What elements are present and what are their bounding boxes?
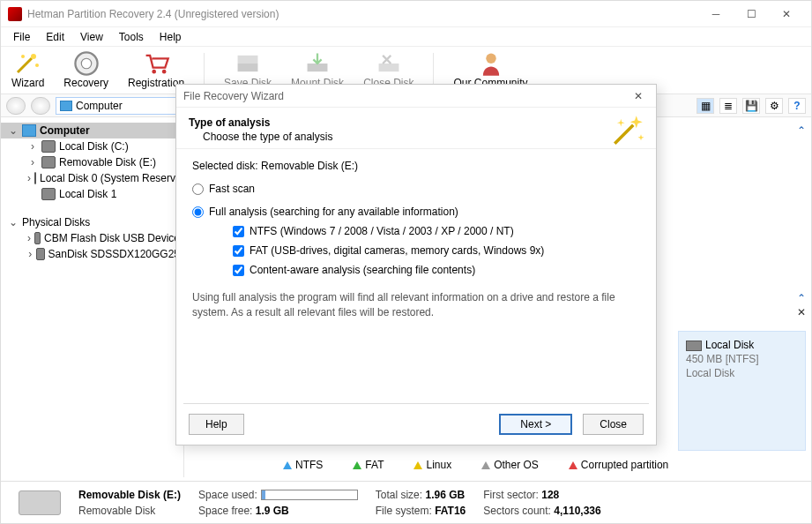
legend-fat: FAT <box>353 459 384 471</box>
address-field[interactable]: Computer <box>56 97 179 115</box>
app-icon <box>8 7 22 21</box>
collapse-panel-icon[interactable]: ⌃ <box>797 292 806 304</box>
menu-tools[interactable]: Tools <box>112 29 151 45</box>
full-analysis-option[interactable]: Full analysis (searching for any availab… <box>192 206 640 218</box>
fast-scan-option[interactable]: Fast scan <box>192 183 640 195</box>
disk-icon <box>41 140 56 153</box>
fat-checkbox[interactable] <box>233 245 244 257</box>
svg-rect-8 <box>238 56 258 64</box>
tree-item-label: Local Disk 1 <box>59 188 116 200</box>
collapse-icon[interactable]: ⌄ <box>8 124 19 137</box>
tree-item[interactable]: Local Disk 1 <box>1 186 183 202</box>
status-bar: Removable Disk (E:) Removable Disk Space… <box>1 481 811 523</box>
help-button[interactable]: ? <box>788 98 806 114</box>
space-used-label: Space used: <box>198 489 257 501</box>
close-panel-icon[interactable]: ✕ <box>797 306 806 318</box>
expand-icon[interactable]: › <box>27 172 31 184</box>
svg-point-1 <box>21 55 25 58</box>
lifebuoy-icon <box>72 51 101 76</box>
disk-icon <box>36 248 44 260</box>
tree-item-label: SanDisk SDSSDX120GG25 <box>48 248 180 260</box>
wand-icon <box>14 51 42 76</box>
space-free-value: 1.9 GB <box>256 505 289 517</box>
titlebar: Hetman Partition Recovery 2.4 (Unregiste… <box>1 1 811 27</box>
toolbar-separator <box>204 53 205 88</box>
first-sector-label: First sector: <box>483 489 539 501</box>
total-size-value: 1.96 GB <box>425 489 465 501</box>
content-aware-label: Content-aware analysis (searching file c… <box>250 264 475 276</box>
fast-scan-radio[interactable] <box>192 183 204 195</box>
dialog-close-button[interactable]: ✕ <box>628 90 649 102</box>
full-analysis-radio[interactable] <box>192 206 204 218</box>
fat-label: FAT (USB-drives, digital cameras, memory… <box>250 244 544 257</box>
window-title: Hetman Partition Recovery 2.4 (Unregiste… <box>27 8 698 20</box>
collapse-icon[interactable]: ⌄ <box>8 216 19 228</box>
collapse-panel-icon[interactable]: ⌃ <box>797 124 806 137</box>
analysis-description: Using full analysis the program will fin… <box>192 290 640 320</box>
save-button[interactable]: 💾 <box>742 98 760 114</box>
tree-item-label: Local Disk 0 (System Reserved) <box>40 172 184 184</box>
tree-item-label: Removable Disk (E:) <box>59 156 156 168</box>
settings-button[interactable]: ⚙ <box>765 98 783 114</box>
tree-physical-label: Physical Disks <box>22 216 90 228</box>
ntfs-checkbox[interactable] <box>233 226 244 237</box>
expand-icon[interactable]: › <box>27 232 31 244</box>
fat-option[interactable]: FAT (USB-drives, digital cameras, memory… <box>233 244 640 257</box>
tree-item[interactable]: ›Removable Disk (E:) <box>1 154 183 170</box>
recovery-button[interactable]: Recovery <box>63 51 108 89</box>
tree-item[interactable]: ›CBM Flash Disk USB Device <box>1 230 183 246</box>
dialog-titlebar: File Recovery Wizard ✕ <box>176 85 656 108</box>
sectors-count-value: 4,110,336 <box>554 505 600 517</box>
disk-icon <box>19 490 61 515</box>
selected-disk-info: Selected disk: Removable Disk (E:) <box>192 160 640 172</box>
disk-name: Local Disk <box>705 339 754 351</box>
sectors-count-label: Sectors count: <box>483 505 551 517</box>
partition-legend: NTFS FAT Linux Other OS Corrupted partit… <box>195 454 806 475</box>
legend-other: Other OS <box>481 459 539 471</box>
close-button[interactable]: Close <box>583 414 644 435</box>
legend-linux: Linux <box>413 459 451 471</box>
maximize-button[interactable]: ☐ <box>734 2 769 26</box>
tree-computer[interactable]: ⌄ Computer <box>1 123 183 138</box>
device-tree: ⌄ Computer ›Local Disk (C:) ›Removable D… <box>1 119 184 477</box>
tree-item[interactable]: ›Local Disk 0 (System Reserved) <box>1 170 183 186</box>
minimize-button[interactable]: ─ <box>698 2 734 26</box>
content-aware-option[interactable]: Content-aware analysis (searching file c… <box>233 264 640 276</box>
close-window-button[interactable]: ✕ <box>769 2 804 26</box>
nav-back-button[interactable] <box>6 97 26 115</box>
tree-item-label: CBM Flash Disk USB Device <box>44 232 180 244</box>
expand-icon[interactable]: › <box>27 156 38 168</box>
ntfs-label: NTFS (Windows 7 / 2008 / Vista / 2003 / … <box>250 225 514 237</box>
tree-physical-disks[interactable]: ⌄ Physical Disks <box>1 214 183 230</box>
nav-forward-button[interactable] <box>31 97 50 115</box>
view-list-button[interactable]: ≣ <box>719 98 737 114</box>
help-button[interactable]: Help <box>189 414 244 435</box>
content-aware-checkbox[interactable] <box>233 265 244 276</box>
full-analysis-label: Full analysis (searching for any availab… <box>209 206 458 218</box>
disk-size: 450 MB [NTFS] <box>686 353 798 365</box>
next-button[interactable]: Next > <box>499 414 572 435</box>
disk-icon <box>41 188 56 200</box>
ntfs-option[interactable]: NTFS (Windows 7 / 2008 / Vista / 2003 / … <box>233 225 640 237</box>
file-recovery-wizard-dialog: File Recovery Wizard ✕ Type of analysis … <box>175 84 657 445</box>
dialog-subheading: Choose the type of analysis <box>189 131 644 143</box>
wizard-button[interactable]: Wizard <box>11 51 44 89</box>
tree-item[interactable]: ›SanDisk SDSSDX120GG25 <box>1 246 183 262</box>
expand-icon[interactable]: › <box>27 140 38 153</box>
triangle-icon <box>283 461 292 469</box>
svg-rect-7 <box>238 64 258 71</box>
dialog-footer: Help Next > Close <box>176 404 656 445</box>
menu-edit[interactable]: Edit <box>39 29 71 45</box>
recovery-label: Recovery <box>63 77 108 89</box>
view-thumbnails-button[interactable]: ▦ <box>697 98 714 114</box>
wand-icon <box>610 111 647 148</box>
tree-item[interactable]: ›Local Disk (C:) <box>1 138 183 154</box>
menu-view[interactable]: View <box>73 29 110 45</box>
svg-point-2 <box>35 64 39 67</box>
menu-file[interactable]: File <box>6 29 37 45</box>
svg-point-4 <box>81 58 91 68</box>
dialog-body: Selected disk: Removable Disk (E:) Fast … <box>176 149 656 403</box>
space-free-label: Space free: <box>198 505 252 517</box>
expand-icon[interactable]: › <box>27 248 33 260</box>
menu-help[interactable]: Help <box>153 29 189 45</box>
